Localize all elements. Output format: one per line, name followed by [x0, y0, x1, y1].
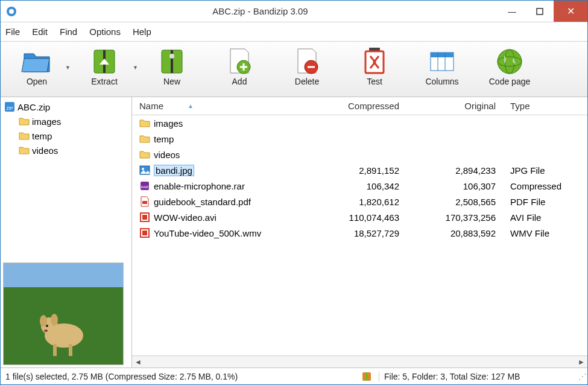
menu-find[interactable]: Find [60, 27, 77, 37]
video-icon [139, 228, 150, 238]
toolbar-add[interactable]: Add [209, 46, 270, 86]
file-row[interactable]: guidebook_standard.pdf1,820,6122,508,565… [132, 194, 587, 209]
columns-icon [426, 46, 458, 75]
menu-help[interactable]: Help [133, 27, 151, 37]
title-bar: ABC.zip - Bandizip 3.09 — ✕ [1, 1, 587, 22]
archive-icon [361, 371, 372, 382]
toolbar-new-label: New [163, 77, 180, 86]
horizontal-scrollbar[interactable]: ◄ ► [132, 355, 587, 368]
tree-child-temp[interactable]: temp [4, 129, 128, 143]
folder-icon [19, 145, 30, 156]
tree-child-videos[interactable]: videos [4, 143, 128, 158]
toolbar-codepage[interactable]: Code page [479, 46, 540, 86]
chevron-down-icon[interactable]: ▼ [65, 65, 71, 71]
svg-rect-42 [366, 372, 367, 381]
col-type[interactable]: Type [503, 101, 587, 111]
col-name[interactable]: Name▲ [132, 101, 304, 111]
file-row[interactable]: WOW-video.avi110,074,463170,373,256AVI F… [132, 209, 587, 225]
toolbar-columns-label: Columns [425, 77, 458, 86]
file-name: temp [154, 134, 174, 144]
menu-options[interactable]: Options [89, 27, 121, 37]
svg-rect-29 [69, 344, 72, 356]
column-header: Name▲ Compressed Original Type [132, 97, 587, 115]
svg-point-7 [169, 54, 174, 59]
svg-rect-21 [4, 263, 124, 287]
file-list[interactable]: imagestempvideosbandi.jpg2,891,1522,894,… [132, 115, 587, 355]
svg-rect-13 [431, 52, 454, 57]
file-compressed: 18,527,729 [304, 228, 406, 238]
rar-icon: RAR [139, 180, 150, 191]
tree-child-images[interactable]: images [4, 114, 128, 129]
maximize-button[interactable] [526, 1, 554, 22]
file-row[interactable]: bandi.jpg2,891,1522,894,233JPG File [132, 162, 587, 178]
chevron-down-icon[interactable]: ▼ [133, 65, 138, 71]
close-button[interactable]: ✕ [554, 1, 587, 22]
folder-icon [139, 149, 150, 160]
image-icon [139, 165, 150, 176]
file-type: AVI File [503, 212, 587, 223]
test-icon [358, 46, 391, 75]
file-name: images [154, 118, 183, 129]
col-compressed[interactable]: Compressed [304, 101, 406, 111]
app-icon [5, 5, 17, 18]
toolbar-delete[interactable]: Delete [277, 46, 337, 86]
svg-text:ZIP: ZIP [7, 106, 13, 110]
file-name: guidebook_standard.pdf [154, 197, 251, 207]
toolbar-columns[interactable]: Columns [412, 46, 472, 86]
folder-icon [19, 116, 30, 127]
svg-rect-2 [537, 8, 543, 14]
svg-rect-28 [53, 344, 57, 356]
scroll-left-icon[interactable]: ◄ [132, 358, 144, 366]
status-right: File: 5, Folder: 3, Total Size: 127 MB [379, 372, 578, 381]
minimize-button[interactable]: — [498, 1, 526, 22]
extract-icon [88, 46, 121, 75]
tree-root[interactable]: ZIP ABC.zip [4, 100, 128, 114]
svg-point-1 [9, 9, 14, 14]
file-row[interactable]: videos [132, 147, 587, 162]
toolbar-open-label: Open [27, 77, 47, 86]
toolbar-delete-label: Delete [295, 77, 319, 86]
toolbar-test[interactable]: Test [344, 46, 405, 86]
app-window: ABC.zip - Bandizip 3.09 — ✕ File Edit Fi… [0, 0, 588, 385]
folder-icon [19, 130, 30, 141]
menu-edit[interactable]: Edit [32, 27, 48, 37]
file-name: videos [154, 150, 180, 160]
file-compressed: 110,074,463 [304, 212, 406, 223]
resize-grip[interactable]: ⋰ [578, 372, 587, 381]
file-type: PDF File [503, 197, 587, 207]
toolbar-extract-label: Extract [91, 77, 118, 86]
file-original: 2,508,565 [406, 197, 503, 207]
file-row[interactable]: temp [132, 131, 587, 147]
file-row[interactable]: images [132, 115, 587, 131]
file-row[interactable]: RARenable-microphone.rar106,342106,307Co… [132, 178, 587, 194]
window-buttons: — ✕ [498, 1, 587, 22]
toolbar-test-label: Test [367, 77, 382, 86]
delete-file-icon [291, 46, 323, 75]
svg-rect-6 [171, 50, 173, 73]
window-title: ABC.zip - Bandizip 3.09 [22, 6, 498, 16]
col-original[interactable]: Original [406, 101, 503, 111]
toolbar-new[interactable]: New [142, 46, 202, 86]
file-type: Compressed [503, 181, 587, 191]
file-compressed: 2,891,152 [304, 165, 406, 176]
file-original: 170,373,256 [406, 212, 503, 223]
scroll-right-icon[interactable]: ► [575, 358, 587, 366]
file-row[interactable]: YouTube-video_500K.wmv18,527,72920,883,5… [132, 225, 587, 241]
file-type: JPG File [503, 165, 587, 176]
folder-icon [139, 118, 150, 129]
file-type: WMV File [503, 228, 587, 238]
file-compressed: 106,342 [304, 181, 406, 191]
svg-point-16 [498, 49, 522, 74]
video-icon [139, 212, 150, 223]
add-file-icon [223, 46, 256, 75]
preview-pane [3, 262, 124, 365]
file-name: bandi.jpg [154, 165, 194, 176]
toolbar-extract[interactable]: ▼ Extract [74, 46, 134, 86]
file-name: WOW-video.avi [154, 212, 217, 223]
folder-icon [139, 133, 150, 144]
menu-file[interactable]: File [5, 27, 20, 37]
toolbar-open[interactable]: ▼ Open [7, 46, 67, 86]
folder-tree[interactable]: ZIP ABC.zip images temp videos [1, 97, 131, 260]
tree-child-label: images [32, 116, 61, 127]
svg-point-31 [44, 329, 48, 332]
